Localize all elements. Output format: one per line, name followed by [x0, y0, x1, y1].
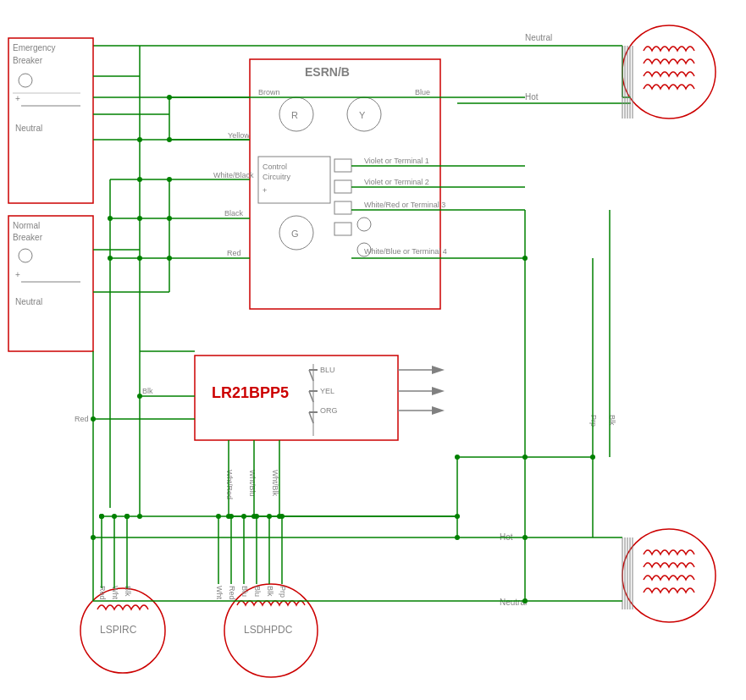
svg-point-82	[167, 216, 172, 221]
svg-text:Prp: Prp	[279, 586, 287, 598]
svg-text:Y: Y	[359, 110, 366, 120]
svg-text:Violet or Terminal 2: Violet or Terminal 2	[364, 178, 429, 186]
svg-text:Red: Red	[75, 415, 89, 423]
svg-text:Red: Red	[228, 586, 236, 600]
svg-text:Black: Black	[224, 209, 244, 218]
svg-text:+: +	[15, 94, 20, 103]
svg-text:Wht: Wht	[215, 586, 224, 600]
svg-text:Red: Red	[98, 586, 107, 600]
svg-text:Violet or Terminal 1: Violet or Terminal 1	[364, 157, 429, 165]
svg-text:Hot: Hot	[525, 92, 539, 102]
svg-text:Neutral: Neutral	[15, 297, 42, 306]
svg-text:Blu: Blu	[253, 586, 262, 597]
svg-text:Blk: Blk	[142, 387, 153, 395]
svg-text:LR21BPP5: LR21BPP5	[212, 384, 289, 401]
svg-text:Neutral: Neutral	[525, 33, 552, 42]
svg-text:Neutral: Neutral	[15, 124, 42, 133]
svg-text:ESRN/B: ESRN/B	[305, 65, 350, 79]
svg-point-86	[108, 256, 113, 261]
svg-text:Wht/Red: Wht/Red	[225, 470, 234, 499]
wiring-diagram: Neutral Hot Emergency Breaker + Neutral …	[0, 0, 746, 700]
svg-text:Wht: Wht	[111, 586, 119, 600]
svg-text:ORG: ORG	[320, 406, 338, 415]
svg-point-133	[522, 256, 528, 261]
svg-text:LSDHPDC: LSDHPDC	[244, 624, 293, 636]
svg-point-112	[91, 416, 96, 422]
svg-text:+: +	[15, 270, 20, 279]
svg-point-135	[522, 598, 528, 604]
svg-text:White/Blue or Terminal 4: White/Blue or Terminal 4	[364, 247, 447, 256]
svg-text:Normal: Normal	[13, 221, 40, 230]
svg-text:Red: Red	[227, 249, 241, 257]
svg-text:Blk: Blk	[266, 586, 274, 597]
svg-text:Brown: Brown	[258, 88, 280, 96]
svg-text:Prp: Prp	[589, 415, 598, 427]
svg-text:Blu: Blu	[240, 586, 249, 597]
svg-text:Blue: Blue	[415, 88, 430, 96]
svg-point-85	[108, 216, 113, 221]
svg-text:Control: Control	[262, 163, 287, 171]
svg-text:White/Red or Terminal 3: White/Red or Terminal 3	[364, 201, 445, 209]
svg-text:Wht/Blk: Wht/Blk	[271, 470, 279, 497]
svg-text:Blk: Blk	[124, 586, 132, 597]
svg-text:+: +	[262, 186, 267, 195]
svg-text:Wht/Blu: Wht/Blu	[248, 470, 257, 497]
svg-text:YEL: YEL	[320, 387, 334, 395]
svg-point-83	[167, 256, 172, 261]
svg-text:Yellow: Yellow	[228, 131, 250, 140]
svg-point-108	[137, 394, 142, 399]
svg-text:G: G	[291, 229, 299, 239]
svg-text:Breaker: Breaker	[13, 56, 43, 65]
svg-text:Circuitry: Circuitry	[262, 173, 290, 181]
svg-point-81	[167, 177, 172, 182]
svg-text:BLU: BLU	[320, 366, 335, 374]
svg-point-134	[522, 535, 528, 540]
svg-text:R: R	[291, 110, 298, 120]
svg-text:White/Black: White/Black	[213, 171, 254, 179]
emergency-label: Emergency	[13, 43, 56, 52]
svg-text:LSPIRC: LSPIRC	[100, 624, 137, 636]
svg-text:Breaker: Breaker	[13, 233, 43, 242]
